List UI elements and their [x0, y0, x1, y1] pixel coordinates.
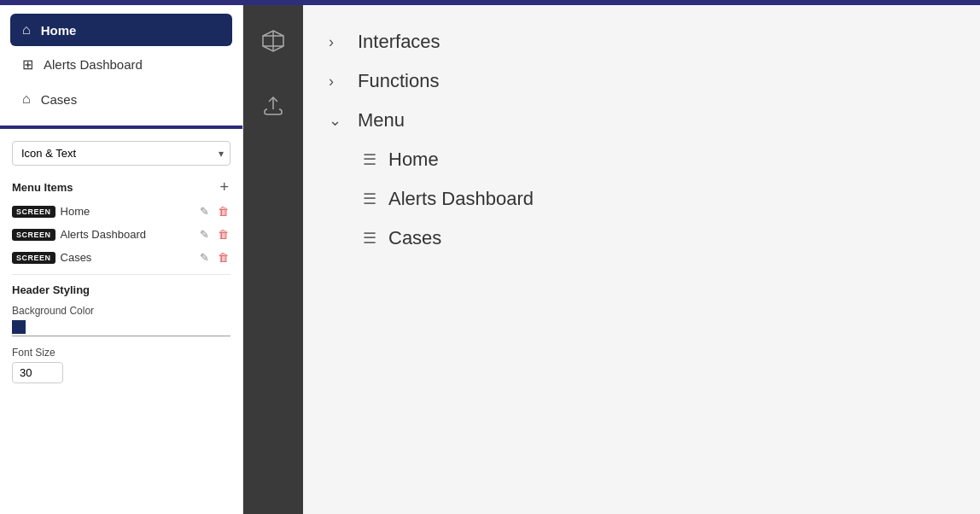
- edit-cases-button[interactable]: ✎: [198, 249, 211, 266]
- upload-icon-button[interactable]: [254, 85, 292, 123]
- nav-item-cases[interactable]: ⌂ Cases: [10, 83, 232, 115]
- screen-badge-cases: SCREEN: [12, 252, 55, 264]
- delete-cases-button[interactable]: 🗑: [216, 249, 230, 266]
- tree-menu-children: ☰ Home ☰ Alerts Dashboard ☰ Cases: [329, 140, 954, 258]
- header-styling-title: Header Styling: [12, 283, 230, 296]
- menu-lines-alerts-icon: ☰: [363, 190, 376, 208]
- chevron-functions-icon: ›: [329, 73, 346, 91]
- nav-section: ⌂ Home ⊞ Alerts Dashboard ⌂ Cases: [0, 5, 242, 129]
- menu-items-header: Menu Items +: [12, 179, 230, 195]
- tree-child-alerts[interactable]: ☰ Alerts Dashboard: [363, 179, 954, 219]
- tree-item-interfaces[interactable]: › Interfaces: [329, 22, 954, 61]
- cube-icon: [260, 28, 286, 54]
- left-panel: ⌂ Home ⊞ Alerts Dashboard ⌂ Cases Icon &…: [0, 5, 243, 514]
- cases-nav-icon: ⌂: [22, 91, 31, 107]
- nav-item-alerts-dashboard[interactable]: ⊞ Alerts Dashboard: [10, 48, 232, 81]
- tree-panel: › Interfaces › Functions ⌄ Menu ☰ Home: [303, 5, 980, 514]
- chevron-interfaces-icon: ›: [329, 33, 346, 51]
- main-layout: ⌂ Home ⊞ Alerts Dashboard ⌂ Cases Icon &…: [0, 5, 980, 514]
- chevron-menu-icon: ⌄: [329, 111, 346, 130]
- nav-item-cases-label: Cases: [41, 92, 78, 107]
- icon-sidebar: [243, 5, 303, 514]
- tree-child-alerts-label: Alerts Dashboard: [388, 188, 534, 210]
- screen-badge-home: SCREEN: [12, 206, 55, 218]
- tree-label-interfaces: Interfaces: [358, 31, 440, 53]
- cube-icon-button[interactable]: [254, 22, 292, 60]
- nav-item-home-label: Home: [41, 23, 77, 38]
- menu-item-row-cases: SCREEN Cases ✎ 🗑: [12, 249, 230, 266]
- tree-child-cases-label: Cases: [388, 227, 441, 249]
- color-swatch: [12, 320, 26, 334]
- menu-item-label-cases: Cases: [61, 251, 193, 264]
- display-mode-select[interactable]: Icon & Text Icon Only Text Only: [12, 141, 230, 166]
- header-styling-section: Header Styling Background Color Font Siz…: [12, 274, 230, 383]
- delete-home-button[interactable]: 🗑: [216, 203, 230, 219]
- edit-home-button[interactable]: ✎: [198, 203, 211, 219]
- bg-color-input[interactable]: [31, 321, 230, 334]
- menu-lines-cases-icon: ☰: [363, 229, 376, 248]
- home-nav-icon: ⌂: [22, 22, 31, 38]
- bg-color-label: Background Color: [12, 305, 230, 317]
- menu-item-row-home: SCREEN Home ✎ 🗑: [12, 203, 230, 219]
- menu-items-title: Menu Items: [12, 181, 73, 194]
- add-menu-item-button[interactable]: +: [218, 179, 230, 195]
- tree-child-cases[interactable]: ☰ Cases: [363, 219, 954, 258]
- menu-item-label-alerts: Alerts Dashboard: [61, 228, 193, 241]
- bg-color-input-row: [12, 320, 230, 336]
- alerts-nav-icon: ⊞: [22, 56, 33, 73]
- menu-lines-home-icon: ☰: [363, 150, 376, 169]
- config-section: Icon & Text Icon Only Text Only ▾ Menu I…: [0, 129, 242, 514]
- tree-item-menu[interactable]: ⌄ Menu: [329, 101, 954, 140]
- screen-badge-alerts: SCREEN: [12, 229, 55, 241]
- tree-child-home-label: Home: [388, 149, 439, 171]
- right-panel: › Interfaces › Functions ⌄ Menu ☰ Home: [243, 5, 980, 514]
- edit-alerts-button[interactable]: ✎: [198, 226, 211, 242]
- upload-icon: [260, 91, 286, 117]
- menu-item-label-home: Home: [61, 205, 193, 218]
- nav-item-alerts-label: Alerts Dashboard: [44, 57, 143, 72]
- tree-item-functions[interactable]: › Functions: [329, 61, 954, 101]
- nav-item-home[interactable]: ⌂ Home: [10, 14, 232, 46]
- delete-alerts-button[interactable]: 🗑: [216, 226, 230, 242]
- tree-child-home[interactable]: ☰ Home: [363, 140, 954, 179]
- display-mode-row: Icon & Text Icon Only Text Only ▾: [12, 141, 230, 166]
- font-size-label: Font Size: [12, 347, 230, 359]
- tree-label-menu: Menu: [358, 109, 405, 131]
- tree-label-functions: Functions: [358, 70, 439, 92]
- font-size-input[interactable]: [12, 362, 63, 383]
- menu-item-row-alerts: SCREEN Alerts Dashboard ✎ 🗑: [12, 226, 230, 242]
